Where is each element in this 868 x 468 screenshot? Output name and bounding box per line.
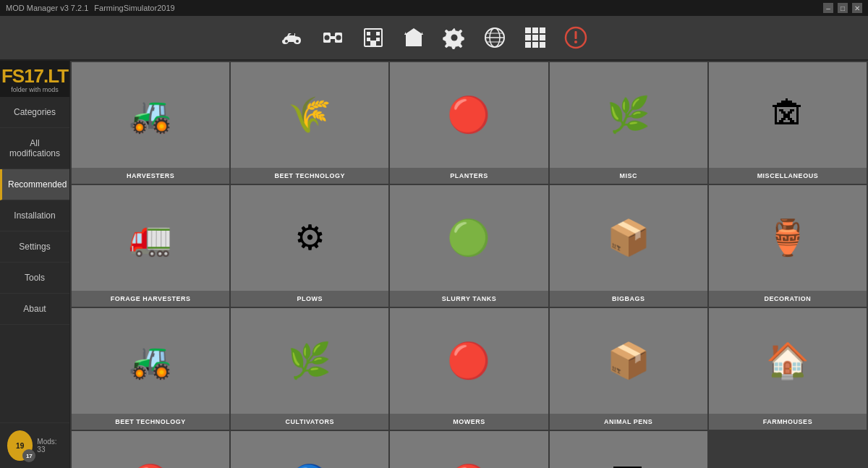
camera-icon[interactable] <box>319 24 346 51</box>
category-label-slurry-tanks: SLURRY TANKS <box>390 291 548 307</box>
tractor-icon[interactable] <box>278 24 306 51</box>
app-name: MOD Manager v3 7.2.1 <box>6 4 88 12</box>
svg-marker-11 <box>404 28 423 35</box>
maximize-button[interactable]: □ <box>838 3 848 13</box>
logo-subtitle: folder with mods <box>1 86 68 93</box>
svg-rect-9 <box>376 38 380 41</box>
svg-marker-15 <box>422 32 423 35</box>
svg-point-17 <box>451 35 458 41</box>
category-item-farmhouses[interactable]: 🏠 FARMHOUSES <box>709 308 867 430</box>
category-item-harvesters[interactable]: 🚜 HARVESTERS <box>72 62 229 184</box>
svg-rect-8 <box>367 38 370 41</box>
category-icon-beet-technology-2: 🚜 <box>129 344 172 378</box>
sidebar-item-settings[interactable]: Settings <box>0 231 69 263</box>
globe-icon[interactable] <box>481 24 509 51</box>
category-label-harvesters: HARVESTERS <box>72 168 229 184</box>
category-icon-cultivators: 🌿 <box>288 344 331 378</box>
category-label-beet-technology-2: BEET TECHNOLOGY <box>72 414 229 430</box>
title-bar: MOD Manager v3 7.2.1 FarmingSimulator201… <box>0 0 868 16</box>
svg-rect-28 <box>540 35 545 41</box>
mods-count: Mods: 33 <box>37 438 62 454</box>
category-icon-plows: ⚙ <box>294 221 326 255</box>
category-icon-harvesters: 🚜 <box>129 98 172 132</box>
svg-rect-27 <box>532 35 538 41</box>
svg-rect-24 <box>532 27 538 33</box>
category-icon-decoration: 🏺 <box>766 221 809 255</box>
svg-rect-33 <box>575 31 577 39</box>
title-bar-controls: – □ ✕ <box>823 3 862 13</box>
version-sub: 17 <box>22 449 35 462</box>
logo-text: FS17.LT <box>1 65 68 88</box>
category-icon-bigbags: 📦 <box>607 221 650 255</box>
category-item-planters[interactable]: 🔴 PLANTERS <box>390 62 548 184</box>
category-label-decoration: DECORATION <box>709 291 867 307</box>
svg-rect-7 <box>376 32 380 35</box>
category-label-plows: PLOWS <box>231 291 388 307</box>
category-icon-beet-technology: 🌾 <box>288 98 331 132</box>
category-icon-farmhouses: 🏠 <box>766 344 809 378</box>
category-label-miscellaneous: MISCELLANEOUS <box>709 168 867 184</box>
category-icon-forage-harvesters: 🚛 <box>129 221 172 255</box>
category-icon-slurry-tanks: 🟢 <box>447 221 490 255</box>
sidebar-item-tools[interactable]: Tools <box>0 263 69 294</box>
category-label-animal-pens: ANIMAL PENS <box>550 414 707 430</box>
category-item-bigbags[interactable]: 📦 BIGBAGS <box>550 185 707 307</box>
sidebar-item-about[interactable]: Abaut <box>0 294 69 325</box>
svg-rect-31 <box>540 42 545 48</box>
category-label-mowers: MOWERS <box>390 414 548 430</box>
close-button[interactable]: ✕ <box>852 3 862 13</box>
category-item-miscellaneous[interactable]: 🏚 MISCELLANEOUS <box>709 62 867 184</box>
building-icon[interactable] <box>359 24 387 51</box>
sidebar-item-categories[interactable]: Categories <box>0 97 69 128</box>
toolbar <box>0 16 868 61</box>
category-item-headers[interactable]: 🔴 HEADERS <box>72 431 229 468</box>
category-item-plows[interactable]: ⚙ PLOWS <box>231 185 388 307</box>
sidebar-item-installation[interactable]: Installation <box>0 200 69 231</box>
svg-point-4 <box>336 35 341 41</box>
category-item-forage-harvesters[interactable]: 🚛 FORAGE HARVESTERS <box>72 185 229 307</box>
category-label-beet-technology: BEET TECHNOLOGY <box>231 168 388 184</box>
sidebar: FS17.LT folder with mods CategoriesAll m… <box>0 61 70 468</box>
category-icon-mowers: 🔴 <box>447 344 490 378</box>
svg-rect-30 <box>532 42 538 48</box>
category-icon-animal-pens: 📦 <box>607 344 650 378</box>
category-label-forage-harvesters: FORAGE HARVESTERS <box>72 291 229 307</box>
category-label-planters: PLANTERS <box>390 168 548 184</box>
category-label-farmhouses: FARMHOUSES <box>709 414 867 430</box>
category-item-decoration[interactable]: 🏺 DECORATION <box>709 185 867 307</box>
category-item-silos[interactable]: 🏗 SILOS <box>550 431 707 468</box>
categories-grid: 🚜 HARVESTERS 🌾 BEET TECHNOLOGY 🔴 PLANTER… <box>72 62 867 468</box>
version-main: 19 <box>16 442 24 450</box>
svg-marker-14 <box>404 32 406 35</box>
sidebar-item-recommended[interactable]: Recommended <box>0 169 69 200</box>
settings-icon[interactable] <box>441 24 468 51</box>
category-item-beet-technology[interactable]: 🌾 BEET TECHNOLOGY <box>231 62 388 184</box>
category-label-bigbags: BIGBAGS <box>550 291 707 307</box>
sidebar-item-all-modifications[interactable]: All modifications <box>0 128 69 169</box>
svg-rect-13 <box>410 38 417 46</box>
category-icon-misc: 🌿 <box>607 98 650 132</box>
svg-rect-29 <box>525 42 531 48</box>
svg-rect-25 <box>540 27 545 33</box>
main-layout: FS17.LT folder with mods CategoriesAll m… <box>0 61 868 468</box>
version-badge: 19 17 <box>7 430 33 461</box>
category-item-empty1 <box>709 431 867 468</box>
game-name: FarmingSimulator2019 <box>94 4 174 12</box>
category-item-mowers[interactable]: 🔴 MOWERS <box>390 308 548 430</box>
category-item-misc[interactable]: 🌿 MISC <box>550 62 707 184</box>
logo: FS17.LT folder with mods <box>0 61 69 97</box>
barn-icon[interactable] <box>400 24 427 51</box>
category-item-beet-technology-2[interactable]: 🚜 BEET TECHNOLOGY <box>72 308 229 430</box>
category-icon-miscellaneous: 🏚 <box>770 98 805 132</box>
svg-point-34 <box>574 41 577 43</box>
category-item-slurry-tanks[interactable]: 🟢 SLURRY TANKS <box>390 185 548 307</box>
grid-icon[interactable] <box>522 24 549 51</box>
category-item-cultivators[interactable]: 🌿 CULTIVATORS <box>231 308 388 430</box>
minimize-button[interactable]: – <box>823 3 833 13</box>
category-item-disc-harrows[interactable]: 🔵 DISC HARROWS <box>231 431 388 468</box>
category-item-tedders[interactable]: 🔴 TEDDERS <box>390 431 548 468</box>
category-item-animal-pens[interactable]: 📦 ANIMAL PENS <box>550 308 707 430</box>
svg-rect-10 <box>370 41 376 46</box>
alert-icon[interactable] <box>562 24 590 51</box>
sidebar-nav: CategoriesAll modificationsRecommendedIn… <box>0 97 69 422</box>
